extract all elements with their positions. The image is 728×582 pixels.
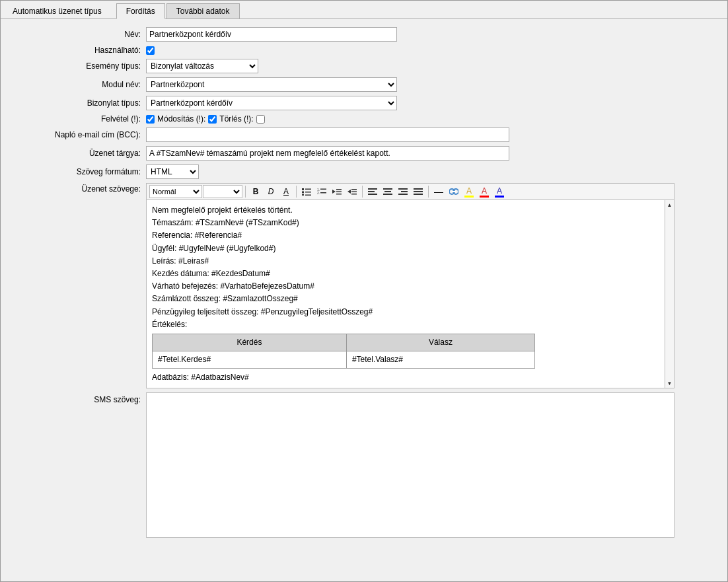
highlight-button[interactable]: A: [462, 185, 476, 198]
svg-text:2.: 2.: [317, 191, 320, 195]
normal-style-select[interactable]: Normál Heading 1 Heading 2: [149, 185, 202, 198]
bizonylat-tipus-label: Bizonylat típus:: [14, 98, 146, 108]
uzenet-targya-label: Üzenet tárgya:: [14, 149, 146, 158]
hasznalhato-row: Használható:: [14, 46, 714, 55]
modositas-label: Módosítás (!):: [157, 114, 205, 124]
hasznalhato-checkbox[interactable]: [146, 46, 155, 55]
window-title-label: Automatikus üzenet típus: [3, 4, 111, 18]
tab-tovabbi[interactable]: További adatok: [166, 3, 240, 18]
torles-label: Törlés (!):: [219, 114, 253, 124]
editor-line-4: Ügyfél: #UgyfelNev# (#Ugyfelkod#): [152, 242, 669, 255]
szoveg-formatum-label: Szöveg formátum:: [14, 167, 146, 176]
svg-rect-11: [336, 189, 342, 190]
uzenet-szovege-row: Üzenet szövege: Normál Heading 1 Heading…: [14, 183, 714, 388]
modositas-checkbox[interactable]: [208, 115, 217, 124]
svg-rect-2: [302, 192, 304, 194]
modul-nev-label: Modul név:: [14, 80, 146, 89]
justify-button[interactable]: [411, 185, 425, 198]
uzenet-szovege-label: Üzenet szövege:: [14, 184, 146, 194]
main-window: Automatikus üzenet típus Fordítás Tovább…: [0, 0, 728, 582]
naplo-row: Napló e-mail cím (BCC):: [14, 127, 714, 142]
editor-line-3: Referencia: #Referencia#: [152, 229, 669, 242]
uzenet-targya-input[interactable]: [146, 146, 509, 161]
svg-rect-16: [351, 192, 357, 193]
svg-rect-23: [383, 194, 392, 195]
scroll-down-arrow[interactable]: ▼: [665, 379, 674, 388]
felvetel-checkbox[interactable]: [146, 115, 155, 124]
naplo-input[interactable]: [146, 127, 509, 142]
font-color-icon: A: [480, 186, 489, 198]
svg-rect-21: [383, 188, 392, 190]
felvetel-checkboxes: Módosítás (!): Törlés (!):: [146, 114, 265, 124]
editor-line-6: Kezdés dátuma: #KezdesDatum#: [152, 268, 669, 280]
bizonylat-tipus-select[interactable]: Partnerközpont kérdőív: [146, 96, 397, 110]
align-right-button[interactable]: [396, 185, 410, 198]
table-cell-kerdes: #Tetel.Kerdes#: [153, 351, 347, 369]
align-center-button[interactable]: [381, 185, 395, 198]
torles-checkbox[interactable]: [256, 115, 265, 124]
sms-szoveg-textarea[interactable]: [146, 392, 674, 538]
highlight-icon: A: [464, 186, 474, 198]
svg-rect-24: [398, 188, 408, 190]
font-select[interactable]: Arial: [203, 185, 242, 198]
indent-decrease-button[interactable]: [330, 185, 344, 198]
editor-line-1: Nem megfelelő projekt értékelés történt.: [152, 204, 669, 217]
esemeny-tipus-select[interactable]: Bizonylat változás: [146, 59, 258, 73]
svg-rect-17: [351, 194, 357, 195]
editor-footer: Adatbázis: #AdatbazisNev#: [152, 371, 669, 384]
scroll-up-arrow[interactable]: ▲: [665, 200, 674, 209]
table-header-kerdes: Kérdés: [153, 334, 347, 351]
editor-line-10: Értékelés:: [152, 318, 669, 331]
toolbar-sep-3: [362, 186, 363, 198]
nev-label: Név:: [14, 30, 146, 39]
modul-nev-select[interactable]: Partnerközpont: [146, 77, 397, 92]
svg-rect-25: [401, 191, 408, 192]
svg-rect-0: [302, 188, 304, 190]
editor-line-2: Témaszám: #TSzamNev# (#TSzamKod#): [152, 217, 669, 229]
numbered-list-button[interactable]: 1.2.: [314, 185, 329, 198]
editor-line-8: Számlázott összeg: #SzamlazottOsszeg#: [152, 293, 669, 305]
italic-button[interactable]: D: [264, 185, 278, 198]
svg-rect-12: [336, 192, 342, 193]
svg-rect-22: [384, 191, 391, 192]
tabs-bar: Automatikus üzenet típus Fordítás Tovább…: [1, 1, 727, 19]
nev-row: Név:: [14, 27, 714, 42]
tab-forditas[interactable]: Fordítás: [116, 3, 165, 19]
editor-container: Normál Heading 1 Heading 2 Arial B D: [146, 183, 674, 388]
font-color-button[interactable]: A: [477, 185, 491, 198]
svg-rect-5: [305, 195, 311, 196]
svg-rect-13: [336, 194, 342, 195]
link-button[interactable]: [447, 185, 461, 198]
align-left-button[interactable]: [365, 185, 380, 198]
bizonylat-tipus-row: Bizonylat típus: Partnerközpont kérdőív: [14, 96, 714, 110]
bullet-list-button[interactable]: [299, 185, 314, 198]
svg-rect-9: [320, 192, 326, 194]
svg-rect-3: [305, 192, 311, 193]
hr-button[interactable]: —: [431, 185, 446, 198]
font-bg-button[interactable]: A: [492, 185, 507, 198]
editor-scrollbar: ▲ ▼: [665, 200, 674, 388]
svg-rect-1: [305, 189, 311, 190]
svg-rect-27: [414, 188, 423, 190]
modul-nev-row: Modul név: Partnerközpont: [14, 77, 714, 92]
indent-increase-button[interactable]: [345, 185, 359, 198]
bold-button[interactable]: B: [248, 185, 263, 198]
editor-content[interactable]: Nem megfelelő projekt értékelés történt.…: [147, 200, 674, 388]
svg-rect-26: [398, 194, 408, 195]
editor-table: Kérdés Válasz #Tetel.Kerdes# #Tetel.Vala…: [152, 334, 535, 369]
toolbar-sep-4: [428, 186, 429, 198]
toolbar-sep-2: [296, 186, 297, 198]
naplo-label: Napló e-mail cím (BCC):: [14, 130, 146, 139]
hasznalhato-label: Használható:: [14, 46, 146, 55]
underline-button[interactable]: A: [279, 185, 293, 198]
editor-toolbar: Normál Heading 1 Heading 2 Arial B D: [146, 183, 674, 200]
svg-rect-18: [368, 188, 377, 190]
sms-szoveg-row: SMS szöveg:: [14, 392, 714, 538]
nev-input[interactable]: [146, 27, 397, 42]
svg-marker-10: [332, 190, 336, 194]
svg-rect-4: [302, 194, 304, 196]
toolbar-sep-1: [245, 186, 246, 198]
felvetel-label: Felvétel (!):: [14, 114, 146, 124]
table-header-valasz: Válasz: [346, 334, 534, 351]
szoveg-formatum-select[interactable]: HTML Text: [146, 164, 199, 179]
